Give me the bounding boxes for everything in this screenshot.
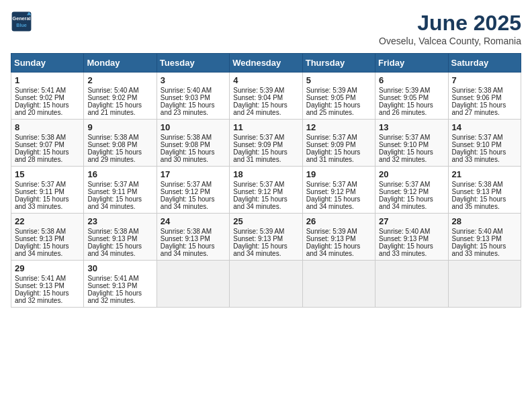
- cell-info: and 32 minutes.: [15, 297, 80, 304]
- day-number: 21: [452, 169, 517, 179]
- day-number: 19: [306, 169, 371, 179]
- calendar-cell: 16Sunrise: 5:37 AMSunset: 9:11 PMDayligh…: [84, 167, 157, 214]
- cell-info: and 34 minutes.: [306, 203, 371, 210]
- day-number: 16: [87, 169, 152, 179]
- cell-info: Sunset: 9:13 PM: [306, 235, 371, 242]
- cell-info: Sunset: 9:02 PM: [87, 94, 152, 101]
- cell-info: Sunrise: 5:37 AM: [379, 134, 444, 141]
- day-number: 20: [379, 169, 444, 179]
- cell-info: Sunset: 9:13 PM: [233, 235, 298, 242]
- cell-info: Sunset: 9:13 PM: [452, 235, 517, 242]
- cell-info: Sunset: 9:06 PM: [452, 94, 517, 101]
- cell-info: Daylight: 15 hours: [87, 148, 152, 156]
- cell-info: Daylight: 15 hours: [452, 101, 517, 109]
- svg-text:Blue: Blue: [16, 22, 27, 28]
- cell-info: Sunset: 9:11 PM: [15, 188, 80, 195]
- cell-info: Sunrise: 5:39 AM: [306, 228, 371, 235]
- calendar-cell: 5Sunrise: 5:39 AMSunset: 9:05 PMDaylight…: [302, 73, 375, 120]
- cell-info: Daylight: 15 hours: [306, 242, 371, 250]
- cell-info: Sunrise: 5:39 AM: [306, 87, 371, 94]
- cell-info: Sunset: 9:03 PM: [161, 94, 226, 101]
- cell-info: Daylight: 15 hours: [379, 101, 444, 109]
- calendar-cell: 17Sunrise: 5:37 AMSunset: 9:12 PMDayligh…: [157, 167, 229, 214]
- calendar-cell: 14Sunrise: 5:37 AMSunset: 9:10 PMDayligh…: [448, 120, 521, 167]
- cell-info: Daylight: 15 hours: [161, 242, 226, 250]
- cell-info: and 35 minutes.: [452, 203, 517, 210]
- header-wednesday: Wednesday: [230, 54, 302, 73]
- calendar-cell: 15Sunrise: 5:37 AMSunset: 9:11 PMDayligh…: [11, 167, 84, 214]
- cell-info: Sunset: 9:13 PM: [15, 282, 80, 289]
- calendar-cell: 4Sunrise: 5:39 AMSunset: 9:04 PMDaylight…: [230, 73, 302, 120]
- cell-info: Daylight: 15 hours: [379, 148, 444, 156]
- cell-info: Daylight: 15 hours: [452, 242, 517, 250]
- cell-info: Sunrise: 5:39 AM: [233, 228, 298, 235]
- cell-info: and 34 minutes.: [15, 250, 80, 257]
- day-number: 7: [452, 75, 517, 85]
- cell-info: Sunrise: 5:37 AM: [379, 181, 444, 188]
- day-number: 28: [452, 216, 517, 226]
- day-number: 30: [87, 263, 152, 273]
- cell-info: Sunrise: 5:37 AM: [87, 181, 152, 188]
- cell-info: and 32 minutes.: [379, 156, 444, 163]
- cell-info: Sunset: 9:10 PM: [379, 141, 444, 148]
- calendar-cell: 29Sunrise: 5:41 AMSunset: 9:13 PMDayligh…: [11, 261, 84, 308]
- header-row: SundayMondayTuesdayWednesdayThursdayFrid…: [11, 54, 521, 73]
- cell-info: Sunrise: 5:41 AM: [15, 87, 80, 94]
- header-tuesday: Tuesday: [157, 54, 229, 73]
- cell-info: Sunrise: 5:38 AM: [161, 228, 226, 235]
- calendar-cell: 9Sunrise: 5:38 AMSunset: 9:08 PMDaylight…: [84, 120, 157, 167]
- header-friday: Friday: [375, 54, 448, 73]
- calendar-cell: 26Sunrise: 5:39 AMSunset: 9:13 PMDayligh…: [302, 214, 375, 261]
- cell-info: and 31 minutes.: [306, 156, 371, 163]
- cell-info: Sunset: 9:13 PM: [161, 235, 226, 242]
- cell-info: Sunrise: 5:40 AM: [379, 228, 444, 235]
- day-number: 9: [87, 122, 152, 132]
- calendar-cell: 6Sunrise: 5:39 AMSunset: 9:05 PMDaylight…: [375, 73, 448, 120]
- cell-info: Sunset: 9:13 PM: [379, 235, 444, 242]
- cell-info: Daylight: 15 hours: [161, 101, 226, 109]
- cell-info: Sunset: 9:05 PM: [306, 94, 371, 101]
- cell-info: and 34 minutes.: [87, 250, 152, 257]
- cell-info: Sunset: 9:09 PM: [233, 141, 298, 148]
- cell-info: Daylight: 15 hours: [452, 148, 517, 156]
- cell-info: and 20 minutes.: [15, 109, 80, 116]
- header-monday: Monday: [84, 54, 157, 73]
- cell-info: and 33 minutes.: [379, 250, 444, 257]
- cell-info: Sunset: 9:09 PM: [306, 141, 371, 148]
- calendar-cell: 21Sunrise: 5:38 AMSunset: 9:13 PMDayligh…: [448, 167, 521, 214]
- calendar-cell: 28Sunrise: 5:40 AMSunset: 9:13 PMDayligh…: [448, 214, 521, 261]
- cell-info: Daylight: 15 hours: [233, 148, 298, 156]
- cell-info: Sunrise: 5:37 AM: [306, 181, 371, 188]
- calendar-title: June 2025: [379, 11, 521, 36]
- cell-info: Sunset: 9:12 PM: [306, 188, 371, 195]
- cell-info: Daylight: 15 hours: [233, 242, 298, 250]
- cell-info: and 33 minutes.: [15, 203, 80, 210]
- cell-info: Sunset: 9:08 PM: [161, 141, 226, 148]
- cell-info: Sunrise: 5:38 AM: [87, 134, 152, 141]
- cell-info: Sunrise: 5:38 AM: [87, 228, 152, 235]
- cell-info: and 34 minutes.: [87, 203, 152, 210]
- cell-info: and 27 minutes.: [452, 109, 517, 116]
- cell-info: Daylight: 15 hours: [379, 195, 444, 203]
- calendar-table: SundayMondayTuesdayWednesdayThursdayFrid…: [11, 53, 521, 308]
- cell-info: and 28 minutes.: [15, 156, 80, 163]
- cell-info: Sunrise: 5:39 AM: [379, 87, 444, 94]
- day-number: 17: [161, 169, 226, 179]
- cell-info: and 34 minutes.: [379, 203, 444, 210]
- cell-info: Daylight: 15 hours: [15, 148, 80, 156]
- day-number: 10: [161, 122, 226, 132]
- header-saturday: Saturday: [448, 54, 521, 73]
- cell-info: Daylight: 15 hours: [15, 195, 80, 203]
- calendar-cell: 25Sunrise: 5:39 AMSunset: 9:13 PMDayligh…: [230, 214, 302, 261]
- day-number: 3: [161, 75, 226, 85]
- calendar-cell: 2Sunrise: 5:40 AMSunset: 9:02 PMDaylight…: [84, 73, 157, 120]
- cell-info: and 24 minutes.: [233, 109, 298, 116]
- cell-info: Sunrise: 5:37 AM: [233, 181, 298, 188]
- day-number: 22: [15, 216, 80, 226]
- calendar-cell: [302, 261, 375, 308]
- day-number: 29: [15, 263, 80, 273]
- cell-info: Sunrise: 5:38 AM: [452, 181, 517, 188]
- cell-info: Sunrise: 5:41 AM: [15, 275, 80, 282]
- cell-info: Sunrise: 5:40 AM: [161, 87, 226, 94]
- calendar-cell: [157, 261, 229, 308]
